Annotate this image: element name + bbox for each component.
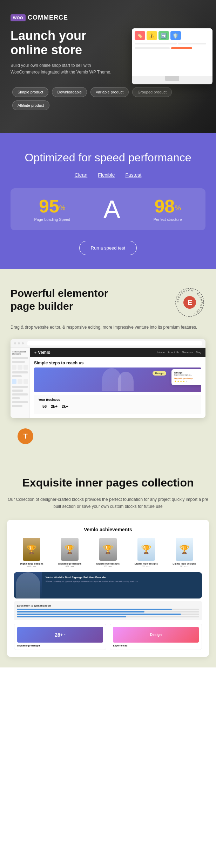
speed-label-2: Perfect structure bbox=[154, 217, 182, 222]
your-business-title: Your Business bbox=[38, 398, 197, 401]
qual-bar-4 bbox=[17, 616, 199, 617]
trophy-clear-2 bbox=[176, 538, 193, 561]
sidebar-line-3 bbox=[12, 371, 28, 373]
nav-link-home: Home bbox=[157, 351, 165, 354]
speed-grade: A bbox=[103, 197, 120, 222]
screen-icon-4: 🛡️ bbox=[170, 31, 181, 40]
person-card-inner: We're World's Best Signage Solution Prov… bbox=[14, 572, 202, 598]
sidebar-icon-1 bbox=[12, 365, 16, 370]
bottom-item-number: 28+ bbox=[55, 632, 63, 638]
speed-metric-loading: 95% Page Loading Speed bbox=[34, 197, 70, 222]
bottom-content-row: 28+ + Digital logo designs Design Experi… bbox=[14, 624, 202, 650]
sidebar-icon-4 bbox=[12, 379, 16, 384]
person-text: We are providing all types of signage so… bbox=[46, 580, 198, 583]
tab-clean[interactable]: Clean bbox=[75, 172, 88, 178]
chip-simple-product[interactable]: Simple product bbox=[12, 87, 48, 97]
hero-section: WOO COMMERCE Launch your online store Bu… bbox=[0, 0, 216, 133]
hero-image-area: 🏷️ ⚠️ ➡️ 🛡️ bbox=[125, 28, 212, 84]
stat-num-3: 2k+ bbox=[62, 404, 68, 408]
qual-bar-2 bbox=[17, 611, 199, 612]
monitor-stand bbox=[165, 76, 179, 81]
bottom-item-label-2: Design bbox=[150, 633, 162, 637]
woo-logo: WOO COMMERCE bbox=[11, 14, 205, 21]
sidebar-icon-5 bbox=[18, 379, 22, 384]
sidebar-line-2 bbox=[12, 361, 25, 363]
browser-nav-logo: ✦ Vemlo bbox=[34, 350, 50, 355]
achievement-item-2: Digital logo designs 001 - xxx bbox=[52, 538, 88, 567]
hero-description: Build your own online shop start to sell… bbox=[11, 62, 118, 76]
chip-downloadable[interactable]: Downloadable bbox=[52, 87, 87, 97]
stat-row: 56 2k+ 2k+ bbox=[38, 401, 197, 411]
chip-variable-product[interactable]: Variable product bbox=[90, 87, 129, 97]
qualification-section: Education & Qualification bbox=[14, 601, 202, 620]
design-pill: Design bbox=[153, 371, 166, 376]
bottom-item-img-2: Design bbox=[113, 627, 199, 643]
bottom-item-title-2: Experienced bbox=[113, 644, 199, 647]
sidebar-icon-row-2 bbox=[12, 379, 28, 384]
floating-card-label: Digital logo design bbox=[174, 377, 200, 379]
qual-bar-fill-1 bbox=[17, 609, 172, 610]
bottom-item-2: Design Experienced bbox=[110, 624, 202, 650]
stat-num-2: 2k+ bbox=[51, 404, 58, 408]
star-4: ★ bbox=[183, 380, 185, 383]
speed-metrics-card: 95% Page Loading Speed A 98% Perfect str… bbox=[11, 188, 205, 230]
browser-bar bbox=[11, 339, 205, 348]
screen-icon-1: 🏷️ bbox=[135, 31, 145, 40]
sidebar-line-4 bbox=[12, 375, 22, 377]
star-3: ★ bbox=[180, 380, 182, 383]
tab-flexible[interactable]: Flexible bbox=[98, 172, 115, 178]
achievement-item-3: Digital logo designs 001 - xxx bbox=[90, 538, 126, 567]
speed-test-button[interactable]: Run a speed test bbox=[79, 241, 137, 255]
achievements-card: Vemlo achievements Digital logo designs … bbox=[7, 520, 209, 657]
person-title: We're World's Best Signage Solution Prov… bbox=[46, 576, 198, 579]
chip-affiliate-product[interactable]: Affiliate product bbox=[12, 100, 49, 110]
screen-line-1 bbox=[135, 43, 177, 44]
qual-bar-fill-4 bbox=[17, 616, 126, 617]
elementor-header: Powerful elementor page builder E ELEMEN… bbox=[11, 287, 205, 318]
browser-sidebar: Home Special Elements bbox=[11, 348, 30, 418]
tab-fastest[interactable]: Fastest bbox=[125, 172, 141, 178]
inner-pages-title: Exquisite inner pages collection bbox=[7, 476, 209, 490]
woo-logo-box: WOO bbox=[11, 14, 26, 21]
trophy-label-4: Digital logo designs bbox=[135, 562, 158, 565]
sidebar-line-10 bbox=[12, 405, 22, 407]
screen-line-2 bbox=[178, 43, 206, 44]
person-image-area bbox=[14, 572, 42, 598]
bottom-item-1: 28+ + Digital logo designs bbox=[14, 624, 106, 650]
elementor-badge: E ELEMENTOR · ELEMENTOR · bbox=[174, 287, 205, 318]
speed-number-1: 95% bbox=[34, 197, 70, 215]
floating-card-title: Design bbox=[174, 371, 200, 374]
achievements-title: Vemlo achievements bbox=[14, 527, 202, 532]
sidebar-icon-2 bbox=[18, 365, 22, 370]
browser-hero-title: Simple steps to reach us bbox=[34, 360, 201, 365]
trophy-sublabel-5: 001 - xxx bbox=[180, 565, 188, 567]
screen-line-3 bbox=[135, 47, 170, 49]
trophy-label-1: Digital logo designs bbox=[20, 562, 43, 565]
your-business-section: Your Business 56 2k+ 2k+ bbox=[34, 395, 201, 414]
trophy-gold-1 bbox=[23, 538, 40, 561]
inner-pages-description: Our Collection of designer-crafted block… bbox=[7, 496, 209, 510]
browser-content: Home Special Elements bbox=[11, 348, 205, 418]
sidebar-line-7 bbox=[12, 393, 28, 396]
speed-section: Optimized for speed performance Clean Fl… bbox=[0, 133, 216, 269]
hero-text-area: Launch your online store Build your own … bbox=[11, 28, 118, 83]
browser-mockup: Home Special Elements bbox=[11, 339, 205, 418]
qualification-title: Education & Qualification bbox=[17, 604, 199, 607]
trophy-sublabel-1: 001 - xxx bbox=[27, 565, 36, 567]
bottom-item-number-suffix: + bbox=[64, 633, 66, 636]
achievement-item-4: Digital logo designs 001 - xxx bbox=[128, 538, 164, 567]
speed-label-1: Page Loading Speed bbox=[34, 217, 70, 222]
chip-grouped-product[interactable]: Grouped product bbox=[132, 87, 172, 97]
sidebar-line-1 bbox=[12, 357, 28, 359]
floating-card-text: Experienced Sign an... bbox=[174, 374, 200, 376]
bottom-item-img-1: 28+ + bbox=[17, 627, 103, 643]
t-icon: T bbox=[18, 428, 33, 444]
achievement-item-5: Digital logo designs 001 - xxx bbox=[167, 538, 202, 567]
sidebar-header-label: Home Special Elements bbox=[12, 351, 28, 355]
star-5: ★ bbox=[185, 380, 188, 383]
stat-2: 2k+ bbox=[51, 404, 58, 408]
monitor-mockup: 🏷️ ⚠️ ➡️ 🛡️ bbox=[132, 28, 212, 84]
trophy-label-5: Digital logo designs bbox=[173, 562, 196, 565]
nav-link-blog: Blog bbox=[196, 351, 201, 354]
svg-text:E: E bbox=[188, 299, 192, 306]
